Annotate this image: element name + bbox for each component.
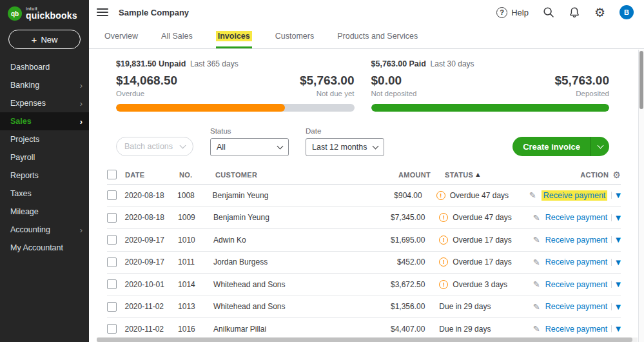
tab-all-sales[interactable]: All Sales: [161, 32, 193, 48]
batch-actions-dropdown[interactable]: Batch actions: [116, 137, 193, 156]
header-no[interactable]: NO.: [179, 171, 215, 179]
invoice-number: 1009: [178, 213, 213, 222]
action-dropdown-caret[interactable]: ▼: [611, 281, 621, 288]
notifications-bell-icon[interactable]: [569, 6, 580, 18]
plus-icon: +: [32, 35, 37, 45]
company-name: Sample Company: [119, 8, 189, 17]
action-dropdown-caret[interactable]: ▼: [611, 303, 621, 310]
horizontal-scrollbar-thumb[interactable]: [97, 337, 632, 342]
receive-payment-link[interactable]: Receive payment: [545, 236, 608, 245]
unpaid-money-bar[interactable]: [116, 104, 355, 112]
sidebar-item-expenses[interactable]: Expenses ›: [0, 94, 89, 112]
user-avatar[interactable]: B: [620, 5, 634, 19]
tab-invoices[interactable]: Invoices: [216, 32, 252, 48]
invoice-date: 2020-11-02: [125, 302, 179, 311]
sidebar-item-taxes[interactable]: Taxes ›: [0, 185, 89, 203]
edit-pencil-icon[interactable]: ✎: [533, 213, 540, 223]
sidebar-item-accounting[interactable]: Accounting ›: [0, 221, 89, 239]
sidebar-item-mileage[interactable]: Mileage ›: [0, 203, 89, 221]
sidebar-item-my-accountant[interactable]: My Accountant ›: [0, 239, 89, 257]
sidebar-item-reports[interactable]: Reports ›: [0, 166, 89, 185]
unpaid-total-label: Unpaid: [159, 59, 186, 68]
new-button[interactable]: + New: [8, 30, 81, 49]
row-checkbox[interactable]: [107, 279, 117, 289]
overdue-bar-segment[interactable]: [116, 104, 285, 112]
row-checkbox[interactable]: [107, 257, 117, 267]
settings-gear-icon[interactable]: ⚙: [594, 6, 605, 19]
overdue-label: Overdue: [116, 90, 177, 97]
sidebar-item-label: Dashboard: [10, 63, 50, 72]
invoice-actions: ✎ Receive payment ▼: [533, 302, 621, 312]
overdue-warning-icon: !: [439, 280, 448, 289]
table-settings-gear-icon[interactable]: ⚙: [612, 170, 621, 180]
receive-payment-link[interactable]: Receive payment: [545, 302, 608, 311]
date-filter-dropdown[interactable]: Last 12 months: [306, 138, 384, 156]
create-invoice-button[interactable]: Create invoice: [512, 137, 591, 156]
row-checkbox[interactable]: [107, 324, 117, 334]
tab-overview[interactable]: Overview: [104, 32, 138, 48]
header-status[interactable]: STATUS ▲: [431, 171, 540, 179]
status-filter-group: Status All: [210, 127, 289, 156]
create-invoice-dropdown-caret[interactable]: [591, 137, 609, 156]
vertical-scrollbar-thumb[interactable]: [639, 51, 643, 109]
not-due-amount: $5,763.00: [300, 74, 355, 88]
overdue-warning-icon: !: [436, 191, 445, 200]
customer-name[interactable]: Whitehead and Sons: [213, 280, 315, 289]
invoice-number: 1008: [177, 191, 213, 200]
customer-name[interactable]: Jordan Burgess: [213, 257, 315, 267]
hamburger-menu-icon[interactable]: [97, 8, 108, 16]
receive-payment-link[interactable]: Receive payment: [545, 325, 608, 334]
customer-name[interactable]: Adwin Ko: [213, 236, 315, 245]
edit-pencil-icon[interactable]: ✎: [533, 302, 540, 312]
receive-payment-link[interactable]: Receive payment: [545, 257, 608, 267]
customer-name[interactable]: Anilkumar Pillai: [213, 325, 315, 334]
status-filter-dropdown[interactable]: All: [210, 138, 289, 156]
tab-products-services[interactable]: Products and Services: [337, 32, 418, 48]
quickbooks-wordmark: quickbooks: [26, 11, 77, 21]
action-dropdown-caret[interactable]: ▼: [611, 325, 621, 332]
invoice-number: 1013: [178, 302, 213, 311]
customer-name[interactable]: Benjamin Yeung: [213, 213, 315, 222]
receive-payment-link[interactable]: Receive payment: [542, 190, 608, 201]
invoice-status-text: Due in 29 days: [439, 325, 491, 334]
action-dropdown-caret[interactable]: ▼: [611, 259, 621, 266]
row-checkbox[interactable]: [107, 302, 117, 312]
edit-pencil-icon[interactable]: ✎: [533, 257, 540, 267]
deposited-bar-segment[interactable]: [371, 104, 610, 112]
select-all-checkbox[interactable]: [107, 170, 117, 179]
action-dropdown-caret[interactable]: ▼: [611, 214, 621, 221]
edit-pencil-icon[interactable]: ✎: [533, 324, 540, 334]
action-dropdown-caret[interactable]: ▼: [611, 192, 621, 199]
sidebar-item-sales[interactable]: Sales ›: [0, 112, 89, 130]
customer-name[interactable]: Benjamin Yeung: [213, 191, 313, 200]
sidebar-item-label: Mileage: [10, 207, 39, 216]
invoice-row: 2020-09-17 1010 Adwin Ko $1,695.00 ! Ove…: [107, 229, 621, 252]
header-customer[interactable]: CUSTOMER: [215, 171, 318, 179]
overdue-warning-icon: !: [439, 213, 448, 222]
sidebar-item-payroll[interactable]: Payroll ›: [0, 148, 89, 166]
receive-payment-link[interactable]: Receive payment: [545, 280, 608, 289]
row-checkbox[interactable]: [107, 235, 117, 245]
row-checkbox[interactable]: [107, 213, 117, 223]
search-icon[interactable]: [543, 6, 554, 18]
customer-name[interactable]: Whitehead and Sons: [213, 302, 315, 311]
not-due-label: Not due yet: [300, 90, 355, 97]
not-deposited-amount: $0.00: [371, 74, 417, 88]
edit-pencil-icon[interactable]: ✎: [529, 190, 536, 200]
row-checkbox[interactable]: [107, 190, 117, 200]
sidebar-item-dashboard[interactable]: Dashboard ›: [0, 58, 89, 76]
vertical-scrollbar[interactable]: [638, 50, 644, 342]
header-date[interactable]: DATE: [125, 171, 179, 179]
action-dropdown-caret[interactable]: ▼: [611, 236, 621, 243]
receive-payment-link[interactable]: Receive payment: [545, 213, 608, 222]
edit-pencil-icon[interactable]: ✎: [533, 279, 540, 289]
horizontal-scrollbar[interactable]: [97, 337, 638, 342]
sidebar-menu: Dashboard › Banking › Expenses › Sales ›…: [0, 58, 89, 257]
header-amount[interactable]: AMOUNT: [318, 171, 431, 179]
help-button[interactable]: ? Help: [496, 7, 529, 18]
sidebar-item-projects[interactable]: Projects ›: [0, 130, 89, 148]
edit-pencil-icon[interactable]: ✎: [533, 235, 540, 245]
sidebar-item-banking[interactable]: Banking ›: [0, 76, 89, 94]
tab-customers[interactable]: Customers: [275, 32, 314, 48]
paid-money-bar[interactable]: [371, 104, 610, 112]
